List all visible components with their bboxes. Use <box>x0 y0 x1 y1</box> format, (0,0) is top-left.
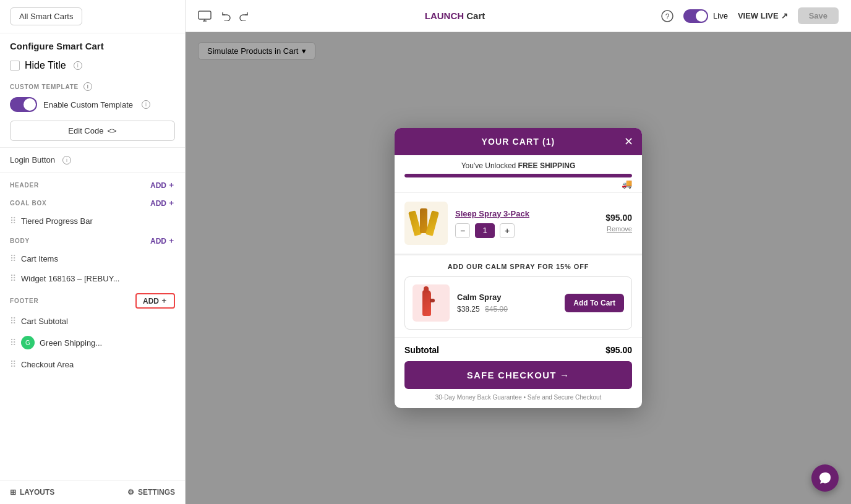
sidebar: All Smart Carts Configure Smart Cart Hid… <box>0 0 186 504</box>
chat-bubble[interactable] <box>811 464 839 492</box>
tiered-progress-bar-label: Tiered Progress Bar <box>21 216 93 226</box>
checkout-button[interactable]: SAFE CHECKOUT → <box>404 361 632 389</box>
body-add-button[interactable]: ADD ＋ <box>150 236 175 246</box>
divider-2 <box>0 172 185 173</box>
edit-code-button[interactable]: Edit Code <> <box>10 121 175 141</box>
cart-close-button[interactable]: ✕ <box>624 135 633 148</box>
desktop-icon[interactable] <box>198 11 212 22</box>
footer-section-label: FOOTER <box>10 297 38 304</box>
widget-item[interactable]: ⠿ Widget 168163 – [REBUY... <box>0 268 185 288</box>
cart-item: Sleep Spray 3-Pack − + $95.00 Remove <box>395 193 642 254</box>
checkout-area-drag-handle: ⠿ <box>10 359 16 369</box>
help-icon[interactable]: ? <box>661 10 674 22</box>
configure-title: Configure Smart Cart <box>0 33 185 54</box>
qty-increase-button[interactable]: + <box>500 223 515 238</box>
cart-item-price: $95.00 <box>605 213 632 223</box>
goal-box-section-label: GOAL BOX <box>10 200 47 207</box>
free-shipping-text: You've Unlocked <box>461 161 518 170</box>
cart-modal: YOUR CART (1) ✕ You've Unlocked FREE SHI… <box>395 128 642 408</box>
goal-box-section-header: GOAL BOX ADD ＋ <box>0 193 185 211</box>
cart-item-price-col: $95.00 Remove <box>605 213 632 234</box>
widget-label: Widget 168163 – [REBUY... <box>21 274 119 283</box>
goal-box-add-button[interactable]: ADD ＋ <box>150 198 175 208</box>
hide-title-info-icon[interactable]: i <box>74 61 82 70</box>
header-section-header: HEADER ADD ＋ <box>0 175 185 193</box>
cart-title: YOUR CART (1) <box>482 137 555 147</box>
edit-code-icon: <> <box>107 126 116 135</box>
sidebar-top: All Smart Carts <box>0 0 185 33</box>
checkout-area-item[interactable]: ⠿ Checkout Area <box>0 354 185 374</box>
main-area: LAUNCH Cart ? Live VIEW LIVE ↗ Save Simu… <box>186 0 851 504</box>
upsell-section: ADD OUR CALM SPRAY FOR 15% OFF Calm <box>395 254 642 337</box>
nav-icons-left <box>198 11 212 22</box>
login-button-info-icon[interactable]: i <box>62 156 71 164</box>
view-live-button[interactable]: VIEW LIVE ↗ <box>738 11 788 20</box>
cart-subtotal-label: Cart Subtotal <box>21 317 68 326</box>
login-button-label: Login Button <box>10 155 55 164</box>
save-button[interactable]: Save <box>798 7 839 24</box>
layouts-label: LAYOUTS <box>20 488 54 497</box>
svg-text:?: ? <box>665 12 670 21</box>
hide-title-row: Hide Title i <box>0 54 185 77</box>
custom-template-info-icon[interactable]: i <box>83 82 92 91</box>
add-to-cart-button[interactable]: Add To Cart <box>565 294 624 312</box>
green-shipping-item[interactable]: ⠿ G Green Shipping... <box>0 331 185 354</box>
hide-title-checkbox[interactable] <box>10 61 20 70</box>
footer-add-button[interactable]: ADD ＋ <box>135 293 175 309</box>
cart-items-item[interactable]: ⠿ Cart Items <box>0 249 185 268</box>
upsell-image <box>413 284 450 322</box>
upsell-original-price: $45.00 <box>485 305 508 314</box>
modal-overlay: YOUR CART (1) ✕ You've Unlocked FREE SHI… <box>186 32 851 504</box>
cart-items-drag-handle: ⠿ <box>10 254 16 263</box>
layouts-button[interactable]: ⊞ LAYOUTS <box>10 488 54 497</box>
layouts-icon: ⊞ <box>10 488 16 497</box>
tiered-progress-bar-item[interactable]: ⠿ Tiered Progress Bar <box>0 211 185 231</box>
qty-input[interactable] <box>475 223 495 238</box>
settings-button[interactable]: ⚙ SETTINGS <box>127 488 175 497</box>
cart-subtotal-item[interactable]: ⠿ Cart Subtotal <box>0 311 185 331</box>
cart-subtotal-drag-handle: ⠿ <box>10 316 16 326</box>
qty-decrease-button[interactable]: − <box>455 223 470 238</box>
free-shipping-section: You've Unlocked FREE SHIPPING 🚚 <box>395 155 642 193</box>
header-add-label: ADD <box>150 181 166 190</box>
progress-bar-wrap <box>404 174 632 177</box>
header-add-button[interactable]: ADD ＋ <box>150 180 175 190</box>
enable-custom-template-toggle[interactable] <box>10 97 37 112</box>
body-plus-icon: ＋ <box>168 236 175 246</box>
cart-item-remove-button[interactable]: Remove <box>607 225 632 233</box>
canvas: Simulate Products in Cart ▾ YOUR CART (1… <box>186 32 851 504</box>
upsell-card: Calm Spray $38.25 $45.00 Add To Cart <box>404 276 632 330</box>
upsell-info: Calm Spray $38.25 $45.00 <box>457 293 557 314</box>
progress-bar-fill <box>404 174 632 177</box>
green-shipping-drag-handle: ⠿ <box>10 338 16 348</box>
green-shipping-label: Green Shipping... <box>40 338 102 348</box>
subtotal-label: Subtotal <box>404 345 439 355</box>
free-shipping-bold: FREE SHIPPING <box>518 161 576 170</box>
footer-add-label: ADD <box>143 297 159 305</box>
top-nav: LAUNCH Cart ? Live VIEW LIVE ↗ Save <box>186 0 851 32</box>
enable-custom-template-info-icon[interactable]: i <box>142 100 150 109</box>
external-link-icon: ↗ <box>781 11 788 20</box>
nav-title-suffix: Cart <box>464 11 485 21</box>
progress-icon: 🚚 <box>404 179 632 189</box>
redo-button[interactable] <box>237 11 249 21</box>
cart-item-name[interactable]: Sleep Spray 3-Pack <box>455 209 598 218</box>
all-smart-carts-button[interactable]: All Smart Carts <box>10 7 82 25</box>
upsell-banner-title: ADD OUR CALM SPRAY FOR 15% OFF <box>404 263 632 270</box>
upsell-name: Calm Spray <box>457 293 557 302</box>
enable-custom-template-label: Enable Custom Template <box>43 100 133 109</box>
goal-box-add-label: ADD <box>150 199 166 208</box>
body-add-label: ADD <box>150 237 166 246</box>
footer-section-header: FOOTER ADD ＋ <box>0 288 185 311</box>
nav-title-prefix: LAUNCH <box>425 11 464 21</box>
checkout-area-label: Checkout Area <box>21 360 74 369</box>
cart-item-image <box>404 202 448 245</box>
drag-handle-icon: ⠿ <box>10 216 16 226</box>
upsell-price: $38.25 <box>457 305 480 314</box>
header-section-label: HEADER <box>10 182 39 189</box>
cart-header: YOUR CART (1) ✕ <box>395 128 642 155</box>
login-button-row[interactable]: Login Button i <box>0 150 185 169</box>
live-toggle-switch[interactable] <box>683 9 708 23</box>
nav-title: LAUNCH Cart <box>259 11 651 22</box>
undo-button[interactable] <box>221 11 233 21</box>
